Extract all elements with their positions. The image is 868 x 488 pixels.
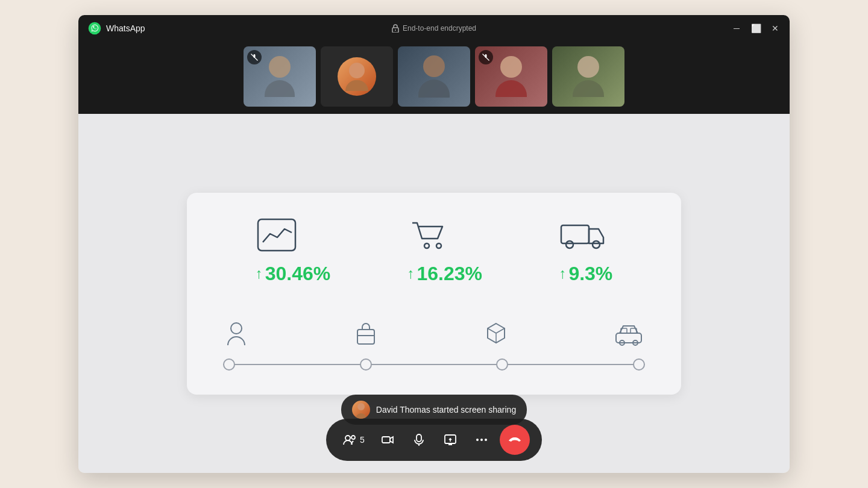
participant-avatar-2: [321, 46, 393, 107]
stat-number-3: 9.3%: [568, 263, 612, 285]
truck-icon: [559, 217, 607, 253]
more-icon: [476, 439, 487, 441]
timeline-row: [217, 321, 651, 371]
svg-rect-21: [417, 434, 421, 442]
svg-point-25: [480, 439, 483, 441]
mute-badge-1: [247, 50, 262, 64]
circle-avatar: [338, 57, 376, 96]
timeline-track: [223, 358, 645, 371]
close-button[interactable]: ✕: [770, 23, 780, 33]
stat-item-chart: ↑ 30.46%: [256, 217, 331, 285]
end-call-button[interactable]: [500, 425, 530, 455]
chart-icon: [256, 217, 298, 253]
toast-message: David Thomas started screen sharing: [376, 405, 516, 414]
participant-tile-3[interactable]: [398, 46, 470, 107]
participants-count: 5: [360, 435, 365, 445]
participants-control[interactable]: 5: [338, 434, 370, 445]
timeline-icons: [223, 321, 645, 346]
stat-item-cart: ↑ 16.23%: [407, 217, 483, 285]
more-button[interactable]: [468, 427, 495, 453]
svg-point-2: [395, 30, 396, 31]
participant-tile-4[interactable]: [475, 46, 547, 107]
participants-bar: [78, 42, 790, 114]
svg-rect-20: [382, 437, 390, 443]
av-body: [345, 80, 368, 91]
main-content: ↑ 30.46% ↑ 16.23%: [78, 114, 790, 473]
screen-share-icon: [444, 434, 456, 445]
stat-value-1: ↑ 30.46%: [256, 263, 331, 285]
svg-point-24: [476, 439, 479, 441]
shared-screen: ↑ 30.46% ↑ 16.23%: [187, 193, 681, 395]
maximize-button[interactable]: ⬜: [751, 23, 761, 33]
microphone-button[interactable]: [406, 427, 432, 453]
camera-icon: [382, 435, 394, 445]
toast-avatar: [352, 401, 370, 419]
title-bar-left: WhatsApp: [88, 22, 319, 35]
svg-point-10: [593, 241, 600, 248]
stat-value-3: ↑ 9.3%: [559, 263, 612, 285]
timeline-dot-2: [360, 358, 372, 371]
svg-rect-12: [357, 330, 374, 344]
participant-tile-1[interactable]: [244, 46, 316, 107]
person-icon: [225, 321, 247, 346]
minimize-button[interactable]: ─: [732, 23, 741, 33]
box-icon: [485, 321, 507, 346]
stat-item-truck: ↑ 9.3%: [559, 217, 612, 285]
svg-point-6: [424, 243, 429, 248]
participant-avatar-3: [398, 46, 470, 107]
svg-point-11: [231, 323, 242, 334]
toast-avatar-body: [356, 413, 366, 419]
mute-badge-4: [479, 50, 493, 64]
app-window: WhatsApp End-to-end endcrypted ─ ⬜ ✕: [78, 15, 790, 473]
title-bar: WhatsApp End-to-end endcrypted ─ ⬜ ✕: [78, 15, 790, 42]
av-head: [349, 63, 365, 78]
camera-button[interactable]: [374, 427, 401, 453]
arrow-up-3: ↑: [559, 265, 566, 282]
screen-share-button[interactable]: [437, 427, 464, 453]
svg-rect-5: [258, 219, 295, 251]
svg-point-7: [436, 243, 441, 248]
arrow-up-1: ↑: [256, 265, 263, 282]
arrow-up-2: ↑: [407, 265, 415, 282]
svg-point-9: [566, 241, 573, 248]
end-call-icon: [508, 436, 522, 444]
svg-point-26: [485, 439, 487, 441]
svg-point-0: [89, 22, 101, 35]
svg-point-19: [351, 436, 355, 439]
avatar-face: [345, 63, 368, 91]
whatsapp-logo-icon: [88, 22, 101, 35]
participant-tile-5[interactable]: [552, 46, 624, 107]
svg-rect-8: [561, 225, 589, 243]
title-bar-center: End-to-end endcrypted: [319, 24, 550, 33]
timeline-dots: [223, 358, 645, 371]
participant-tile-2[interactable]: [321, 46, 393, 107]
timeline-dot-4: [633, 358, 645, 371]
cart-icon: [407, 217, 450, 253]
timeline-dot-3: [496, 358, 508, 371]
participants-icon: [343, 434, 356, 445]
car-icon: [615, 321, 643, 346]
stat-number-2: 16.23%: [417, 263, 483, 285]
stat-value-2: ↑ 16.23%: [407, 263, 483, 285]
microphone-icon: [414, 434, 424, 446]
lock-icon: [392, 24, 399, 33]
bag-icon: [355, 321, 377, 346]
stat-number-1: 30.46%: [265, 263, 331, 285]
svg-point-18: [345, 436, 350, 440]
timeline-dot-1: [223, 358, 235, 371]
encryption-label: End-to-end endcrypted: [403, 24, 476, 33]
stats-row: ↑ 30.46% ↑ 16.23%: [217, 217, 651, 285]
title-bar-right: ─ ⬜ ✕: [549, 23, 780, 33]
controls-bar: 5: [326, 419, 542, 461]
toast-avatar-head: [357, 403, 365, 410]
participant-avatar-5: [552, 46, 624, 107]
app-title: WhatsApp: [106, 23, 145, 33]
